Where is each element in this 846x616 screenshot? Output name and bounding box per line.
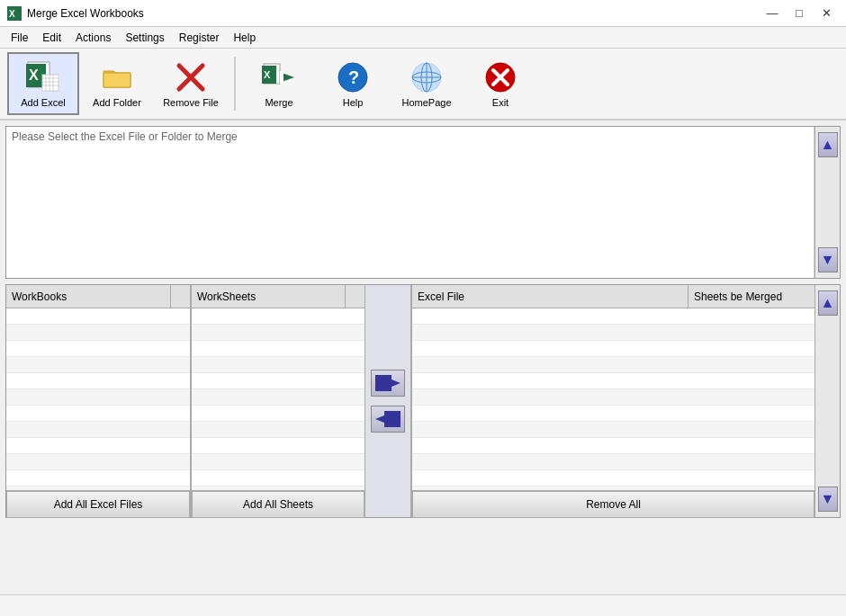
svg-rect-12: [104, 73, 130, 87]
add-excel-icon: X: [25, 59, 61, 95]
worksheets-header: WorkSheets: [192, 285, 364, 308]
menu-settings[interactable]: Settings: [118, 28, 171, 48]
add-excel-label: Add Excel: [21, 97, 66, 108]
workbooks-body[interactable]: [6, 308, 190, 490]
svg-rect-5: [42, 75, 58, 91]
merge-button[interactable]: X Merge: [243, 52, 315, 115]
folder-icon: [99, 59, 135, 95]
file-list-area: Please Select the Excel File or Folder t…: [5, 126, 841, 279]
close-button[interactable]: ✕: [814, 4, 839, 23]
menu-help[interactable]: Help: [226, 28, 263, 48]
menu-file[interactable]: File: [4, 28, 35, 48]
table-row: [192, 373, 364, 389]
file-list-scroll-down[interactable]: ▼: [818, 247, 838, 272]
title-bar: X Merge Excel Workbooks — □ ✕: [0, 0, 846, 27]
workbooks-header: WorkBooks: [6, 285, 190, 308]
minimize-button[interactable]: —: [760, 4, 785, 23]
svg-marker-30: [375, 411, 400, 427]
table-row: [412, 373, 814, 389]
table-row: [6, 341, 190, 357]
maximize-button[interactable]: □: [787, 4, 812, 23]
svg-marker-29: [375, 375, 400, 391]
table-row: [6, 454, 190, 470]
exit-button[interactable]: Exit: [464, 52, 536, 115]
table-row: [6, 470, 190, 487]
table-row: [412, 438, 814, 454]
window-controls: — □ ✕: [760, 4, 839, 23]
exit-label: Exit: [492, 97, 508, 108]
worksheets-column: WorkSheets Add All Sheets: [191, 285, 364, 517]
remove-file-label: Remove File: [163, 97, 219, 108]
remove-file-icon: [173, 59, 209, 95]
svg-rect-18: [280, 71, 284, 84]
table-row: [6, 357, 190, 373]
table-row: [192, 389, 364, 406]
remove-all-button[interactable]: Remove All: [412, 491, 814, 518]
window-title: Merge Excel Workbooks: [27, 7, 760, 20]
toolbar: X Add Excel Add Folder: [0, 49, 846, 121]
toolbar-separator-1: [234, 57, 236, 111]
table-row: [6, 389, 190, 406]
help-label: Help: [343, 97, 364, 108]
table-row: [412, 325, 814, 341]
right-scroll-up[interactable]: ▲: [818, 290, 838, 316]
arrows-column: [364, 285, 411, 517]
excel-file-header: Excel File: [412, 285, 688, 308]
table-row: [192, 470, 364, 487]
help-button[interactable]: ? Help: [317, 52, 389, 115]
right-scroll-up-icon: ▲: [821, 295, 835, 311]
table-row: [412, 308, 814, 325]
file-list-scroll: ▲ ▼: [814, 127, 840, 278]
homepage-icon: [409, 59, 445, 95]
scroll-down-icon: ▼: [821, 252, 835, 268]
add-all-sheets-button[interactable]: Add All Sheets: [192, 491, 364, 518]
excel-column-headers: Excel File Sheets be Merged: [412, 285, 814, 308]
table-row: [412, 341, 814, 357]
merge-label: Merge: [265, 97, 292, 108]
table-row: [6, 438, 190, 454]
exit-icon: [482, 59, 518, 95]
table-row: [6, 325, 190, 341]
remove-file-button[interactable]: Remove File: [155, 52, 227, 115]
add-all-excel-button[interactable]: Add All Excel Files: [6, 491, 190, 518]
add-excel-button[interactable]: X Add Excel: [7, 52, 79, 115]
menu-bar: File Edit Actions Settings Register Help: [0, 27, 846, 49]
homepage-button[interactable]: HomePage: [391, 52, 463, 115]
file-list-scroll-up[interactable]: ▲: [818, 132, 838, 157]
workbooks-column: WorkBooks Add All Excel Files: [6, 285, 191, 517]
table-row: [412, 454, 814, 470]
workbooks-footer: Add All Excel Files: [6, 490, 190, 517]
workbooks-header-label: WorkBooks: [6, 285, 170, 308]
table-row: [6, 308, 190, 325]
table-row: [412, 357, 814, 373]
excel-column: Excel File Sheets be Merged Remove All: [411, 285, 814, 517]
worksheets-footer: Add All Sheets: [192, 490, 364, 517]
excel-footer: Remove All: [412, 490, 814, 517]
excel-body[interactable]: [412, 308, 814, 490]
arrow-left-button[interactable]: [371, 406, 405, 433]
svg-text:X: X: [29, 67, 39, 83]
add-folder-label: Add Folder: [93, 97, 141, 108]
table-row: [192, 308, 364, 325]
add-folder-button[interactable]: Add Folder: [81, 52, 153, 115]
table-row: [192, 406, 364, 422]
right-scroll-down[interactable]: ▼: [818, 487, 838, 512]
table-row: [412, 470, 814, 487]
table-row: [6, 422, 190, 438]
merge-icon: X: [261, 59, 297, 95]
menu-actions[interactable]: Actions: [68, 28, 118, 48]
menu-register[interactable]: Register: [172, 28, 227, 48]
svg-text:X: X: [9, 9, 15, 19]
help-icon: ?: [335, 59, 371, 95]
svg-text:?: ?: [348, 67, 359, 87]
sheets-merged-header: Sheets be Merged: [688, 285, 814, 308]
right-scroll-bar: ▲ ▼: [814, 285, 840, 517]
worksheets-body[interactable]: [192, 308, 364, 490]
arrow-right-button[interactable]: [371, 370, 405, 397]
table-row: [6, 373, 190, 389]
table-row: [192, 454, 364, 470]
table-row: [192, 422, 364, 438]
menu-edit[interactable]: Edit: [35, 28, 68, 48]
table-row: [412, 406, 814, 422]
table-row: [412, 389, 814, 406]
